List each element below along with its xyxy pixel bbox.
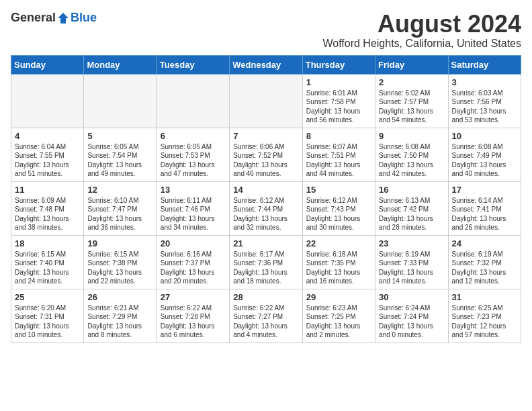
cell-info: Sunrise: 6:12 AM Sunset: 7:43 PM Dayligh…: [306, 196, 371, 232]
day-number: 16: [379, 185, 444, 195]
calendar-cell: 22Sunrise: 6:18 AM Sunset: 7:35 PM Dayli…: [302, 235, 375, 289]
day-number: 24: [452, 238, 517, 248]
cell-info: Sunrise: 6:18 AM Sunset: 7:35 PM Dayligh…: [306, 250, 371, 286]
day-number: 12: [87, 185, 152, 195]
cell-info: Sunrise: 6:14 AM Sunset: 7:41 PM Dayligh…: [452, 196, 517, 232]
calendar-cell: 5Sunrise: 6:05 AM Sunset: 7:54 PM Daylig…: [84, 128, 157, 181]
cell-info: Sunrise: 6:19 AM Sunset: 7:33 PM Dayligh…: [379, 250, 444, 286]
day-number: 21: [233, 238, 298, 248]
cell-info: Sunrise: 6:15 AM Sunset: 7:38 PM Dayligh…: [87, 250, 152, 286]
column-header-wednesday: Wednesday: [230, 55, 302, 74]
calendar-cell: 10Sunrise: 6:08 AM Sunset: 7:49 PM Dayli…: [448, 128, 521, 181]
cell-info: Sunrise: 6:07 AM Sunset: 7:51 PM Dayligh…: [306, 142, 371, 179]
day-number: 10: [452, 131, 517, 141]
calendar-cell: 29Sunrise: 6:23 AM Sunset: 7:25 PM Dayli…: [302, 289, 375, 342]
cell-info: Sunrise: 6:15 AM Sunset: 7:40 PM Dayligh…: [15, 250, 80, 286]
cell-info: Sunrise: 6:20 AM Sunset: 7:31 PM Dayligh…: [15, 304, 80, 340]
calendar-cell: 20Sunrise: 6:16 AM Sunset: 7:37 PM Dayli…: [157, 235, 229, 289]
cell-info: Sunrise: 6:11 AM Sunset: 7:46 PM Dayligh…: [161, 196, 226, 232]
logo-general-text: General: [11, 11, 56, 25]
title-block: August 2024 Wofford Heights, California,…: [322, 11, 521, 50]
calendar-cell: [84, 74, 157, 128]
day-number: 23: [379, 238, 444, 248]
cell-info: Sunrise: 6:19 AM Sunset: 7:32 PM Dayligh…: [452, 250, 517, 286]
calendar-cell: 26Sunrise: 6:21 AM Sunset: 7:29 PM Dayli…: [84, 289, 157, 342]
calendar-cell: 3Sunrise: 6:03 AM Sunset: 7:56 PM Daylig…: [448, 74, 521, 128]
calendar-cell: 16Sunrise: 6:13 AM Sunset: 7:42 PM Dayli…: [375, 181, 448, 235]
day-number: 19: [87, 238, 152, 248]
calendar-cell: [157, 74, 229, 128]
calendar-cell: 18Sunrise: 6:15 AM Sunset: 7:40 PM Dayli…: [11, 235, 84, 289]
month-title: August 2024: [322, 11, 521, 38]
logo-icon: [56, 11, 70, 25]
cell-info: Sunrise: 6:04 AM Sunset: 7:55 PM Dayligh…: [15, 142, 80, 179]
week-row-3: 11Sunrise: 6:09 AM Sunset: 7:48 PM Dayli…: [11, 181, 521, 235]
cell-info: Sunrise: 6:10 AM Sunset: 7:47 PM Dayligh…: [87, 196, 152, 232]
day-number: 4: [15, 131, 80, 141]
logo: General Blue: [11, 11, 97, 25]
cell-info: Sunrise: 6:09 AM Sunset: 7:48 PM Dayligh…: [15, 196, 80, 232]
cell-info: Sunrise: 6:01 AM Sunset: 7:58 PM Dayligh…: [306, 89, 371, 125]
calendar-cell: 12Sunrise: 6:10 AM Sunset: 7:47 PM Dayli…: [84, 181, 157, 235]
calendar-cell: 31Sunrise: 6:25 AM Sunset: 7:23 PM Dayli…: [448, 289, 521, 342]
day-number: 27: [161, 292, 226, 302]
day-number: 30: [379, 292, 444, 302]
cell-info: Sunrise: 6:06 AM Sunset: 7:52 PM Dayligh…: [233, 142, 298, 179]
calendar-cell: 27Sunrise: 6:22 AM Sunset: 7:28 PM Dayli…: [157, 289, 229, 342]
calendar-cell: 28Sunrise: 6:22 AM Sunset: 7:27 PM Dayli…: [230, 289, 302, 342]
calendar-cell: 23Sunrise: 6:19 AM Sunset: 7:33 PM Dayli…: [375, 235, 448, 289]
cell-info: Sunrise: 6:22 AM Sunset: 7:27 PM Dayligh…: [233, 304, 298, 340]
day-number: 14: [233, 185, 298, 195]
week-row-1: 1Sunrise: 6:01 AM Sunset: 7:58 PM Daylig…: [11, 74, 521, 128]
calendar-cell: 6Sunrise: 6:05 AM Sunset: 7:53 PM Daylig…: [157, 128, 229, 181]
cell-info: Sunrise: 6:03 AM Sunset: 7:56 PM Dayligh…: [452, 89, 517, 125]
column-header-sunday: Sunday: [11, 55, 84, 74]
calendar-cell: 17Sunrise: 6:14 AM Sunset: 7:41 PM Dayli…: [448, 181, 521, 235]
logo-blue-text: Blue: [71, 11, 97, 25]
day-number: 7: [233, 131, 298, 141]
day-number: 25: [15, 292, 80, 302]
calendar-cell: 30Sunrise: 6:24 AM Sunset: 7:24 PM Dayli…: [375, 289, 448, 342]
calendar-cell: 8Sunrise: 6:07 AM Sunset: 7:51 PM Daylig…: [302, 128, 375, 181]
week-row-4: 18Sunrise: 6:15 AM Sunset: 7:40 PM Dayli…: [11, 235, 521, 289]
calendar-cell: 4Sunrise: 6:04 AM Sunset: 7:55 PM Daylig…: [11, 128, 84, 181]
cell-info: Sunrise: 6:13 AM Sunset: 7:42 PM Dayligh…: [379, 196, 444, 232]
column-header-thursday: Thursday: [302, 55, 375, 74]
cell-info: Sunrise: 6:25 AM Sunset: 7:23 PM Dayligh…: [452, 304, 517, 340]
calendar-cell: 25Sunrise: 6:20 AM Sunset: 7:31 PM Dayli…: [11, 289, 84, 342]
calendar-cell: 15Sunrise: 6:12 AM Sunset: 7:43 PM Dayli…: [302, 181, 375, 235]
day-number: 26: [87, 292, 152, 302]
svg-marker-0: [58, 13, 69, 24]
cell-info: Sunrise: 6:23 AM Sunset: 7:25 PM Dayligh…: [306, 304, 371, 340]
day-number: 22: [306, 238, 371, 248]
day-number: 13: [161, 185, 226, 195]
day-number: 15: [306, 185, 371, 195]
cell-info: Sunrise: 6:17 AM Sunset: 7:36 PM Dayligh…: [233, 250, 298, 286]
cell-info: Sunrise: 6:02 AM Sunset: 7:57 PM Dayligh…: [379, 89, 444, 125]
calendar-cell: 2Sunrise: 6:02 AM Sunset: 7:57 PM Daylig…: [375, 74, 448, 128]
cell-info: Sunrise: 6:05 AM Sunset: 7:54 PM Dayligh…: [87, 142, 152, 179]
calendar-cell: 24Sunrise: 6:19 AM Sunset: 7:32 PM Dayli…: [448, 235, 521, 289]
day-number: 28: [233, 292, 298, 302]
calendar-cell: 19Sunrise: 6:15 AM Sunset: 7:38 PM Dayli…: [84, 235, 157, 289]
calendar-header-row: SundayMondayTuesdayWednesdayThursdayFrid…: [11, 55, 521, 74]
calendar-cell: 7Sunrise: 6:06 AM Sunset: 7:52 PM Daylig…: [230, 128, 302, 181]
day-number: 6: [161, 131, 226, 141]
day-number: 5: [87, 131, 152, 141]
calendar-table: SundayMondayTuesdayWednesdayThursdayFrid…: [11, 55, 521, 343]
calendar-cell: 14Sunrise: 6:12 AM Sunset: 7:44 PM Dayli…: [230, 181, 302, 235]
column-header-friday: Friday: [375, 55, 448, 74]
location-title: Wofford Heights, California, United Stat…: [322, 38, 521, 50]
day-number: 2: [379, 77, 444, 87]
cell-info: Sunrise: 6:21 AM Sunset: 7:29 PM Dayligh…: [87, 304, 152, 340]
page-header: General Blue August 2024 Wofford Heights…: [11, 11, 521, 50]
calendar-cell: 13Sunrise: 6:11 AM Sunset: 7:46 PM Dayli…: [157, 181, 229, 235]
day-number: 31: [452, 292, 517, 302]
calendar-cell: 9Sunrise: 6:08 AM Sunset: 7:50 PM Daylig…: [375, 128, 448, 181]
day-number: 3: [452, 77, 517, 87]
day-number: 17: [452, 185, 517, 195]
cell-info: Sunrise: 6:08 AM Sunset: 7:49 PM Dayligh…: [452, 142, 517, 179]
calendar-cell: [230, 74, 302, 128]
column-header-saturday: Saturday: [448, 55, 521, 74]
column-header-tuesday: Tuesday: [157, 55, 229, 74]
